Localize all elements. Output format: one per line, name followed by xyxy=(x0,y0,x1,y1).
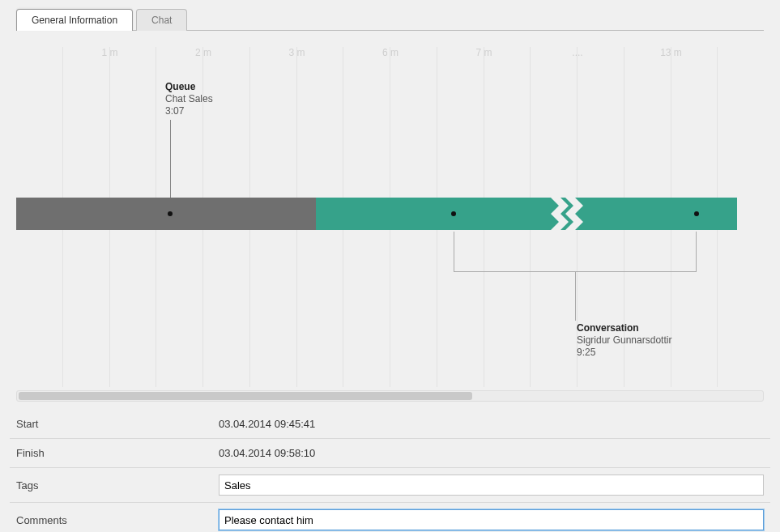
timeline-chart: 1 m2 m3 m6 m7 m....13 m Queue Chat Sales… xyxy=(16,47,764,387)
row-comments: Comments xyxy=(10,503,770,532)
timeline-bar xyxy=(16,198,737,230)
tab-bar: General Information Chat xyxy=(16,6,764,31)
time-gap-icon xyxy=(551,198,583,230)
timeline-scrollbar[interactable] xyxy=(16,390,764,402)
tab-general-information[interactable]: General Information xyxy=(16,9,133,31)
queue-callout-title: Queue xyxy=(165,81,213,93)
queue-callout-duration: 3:07 xyxy=(165,105,213,117)
label-start: Start xyxy=(16,418,219,430)
marker-conversation-end xyxy=(694,211,699,216)
tick-label: 13 m xyxy=(660,47,682,58)
row-start: Start 03.04.2014 09:45:41 xyxy=(10,410,770,439)
conversation-callout-name: Sigridur Gunnarsdottir xyxy=(577,334,671,347)
marker-queue xyxy=(168,211,173,216)
row-tags: Tags xyxy=(10,468,770,503)
row-finish: Finish 03.04.2014 09:58:10 xyxy=(10,439,770,468)
label-finish: Finish xyxy=(16,447,219,459)
tags-input[interactable] xyxy=(219,475,764,496)
queue-callout-line xyxy=(170,120,171,209)
label-tags: Tags xyxy=(16,479,219,492)
segment-queue xyxy=(16,198,316,230)
queue-callout-name: Chat Sales xyxy=(165,93,213,105)
svg-marker-1 xyxy=(565,198,583,230)
conversation-bracket xyxy=(454,232,697,272)
value-start: 03.04.2014 09:45:41 xyxy=(219,418,764,430)
timeline-scrollbar-thumb[interactable] xyxy=(19,392,472,400)
conversation-callout-title: Conversation xyxy=(577,322,671,334)
tab-chat[interactable]: Chat xyxy=(136,9,187,31)
tick-label: 1 m xyxy=(101,47,117,58)
tick-label: 3 m xyxy=(288,47,305,58)
comments-input[interactable] xyxy=(219,509,764,530)
marker-conversation-start xyxy=(451,211,456,216)
conversation-bracket-stem xyxy=(575,272,576,321)
info-table: Start 03.04.2014 09:45:41 Finish 03.04.2… xyxy=(10,410,770,532)
queue-callout: Queue Chat Sales 3:07 xyxy=(165,81,213,117)
conversation-callout: Conversation Sigridur Gunnarsdottir 9:25 xyxy=(577,322,671,359)
tick-label: 7 m xyxy=(475,47,492,58)
tick-label: .... xyxy=(572,47,582,58)
conversation-callout-duration: 9:25 xyxy=(577,347,671,359)
label-comments: Comments xyxy=(16,514,219,526)
segment-conversation xyxy=(316,198,737,230)
value-finish: 03.04.2014 09:58:10 xyxy=(219,447,764,459)
tick-label: 6 m xyxy=(382,47,399,58)
tick-label: 2 m xyxy=(195,47,211,58)
